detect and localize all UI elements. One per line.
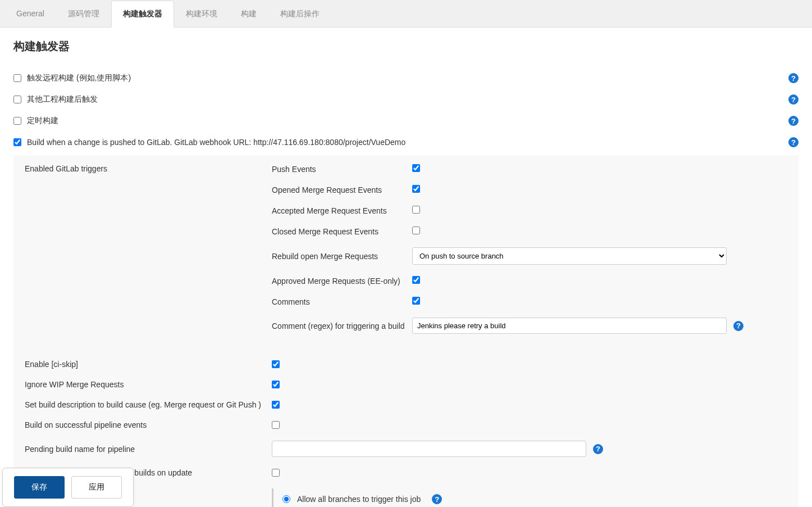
- option-after-other-row: 其他工程构建后触发 ?: [13, 89, 799, 110]
- radio-allow-all[interactable]: [282, 495, 290, 503]
- footer-bar: 保存 应用: [2, 468, 134, 507]
- label-comment-regex: Comment (regex) for triggering a build: [272, 322, 412, 331]
- label-gitlab-push: Build when a change is pushed to GitLab.…: [27, 138, 405, 147]
- checkbox-cancel-pending[interactable]: [272, 469, 280, 477]
- help-icon[interactable]: ?: [788, 73, 799, 83]
- checkbox-pipeline-events[interactable]: [272, 421, 280, 429]
- checkbox-opened-mr[interactable]: [412, 185, 420, 193]
- checkbox-accepted-mr[interactable]: [412, 206, 420, 214]
- checkbox-ignore-wip[interactable]: [272, 381, 280, 388]
- option-gitlab-push-row: Build when a change is pushed to GitLab.…: [13, 132, 799, 153]
- tab-env[interactable]: 构建环境: [174, 1, 229, 28]
- checkbox-after-other[interactable]: [13, 96, 21, 103]
- checkbox-remote-trigger[interactable]: [13, 74, 21, 82]
- select-rebuild-open-mr[interactable]: On push to source branch: [412, 247, 727, 265]
- label-ci-skip: Enable [ci-skip]: [25, 360, 272, 369]
- section-title: 构建触发器: [13, 39, 799, 54]
- apply-button[interactable]: 应用: [71, 476, 122, 499]
- label-after-other: 其他工程构建后触发: [27, 94, 98, 105]
- checkbox-approved-mr[interactable]: [412, 276, 420, 284]
- save-button[interactable]: 保存: [14, 476, 65, 499]
- checkbox-closed-mr[interactable]: [412, 227, 420, 234]
- checkbox-gitlab-push[interactable]: [13, 138, 21, 146]
- checkbox-push-events[interactable]: [412, 164, 420, 172]
- checkbox-ci-skip[interactable]: [272, 360, 280, 368]
- option-remote-trigger-row: 触发远程构建 (例如,使用脚本) ?: [13, 67, 799, 89]
- label-rebuild-open-mr: Rebuild open Merge Requests: [272, 252, 412, 261]
- tab-build[interactable]: 构建: [229, 1, 268, 28]
- content-area: 构建触发器 触发远程构建 (例如,使用脚本) ? 其他工程构建后触发 ? 定时构…: [0, 28, 812, 507]
- label-accepted-mr: Accepted Merge Request Events: [272, 206, 412, 215]
- label-remote-trigger: 触发远程构建 (例如,使用脚本): [27, 73, 131, 83]
- label-periodic: 定时构建: [27, 116, 58, 126]
- checkbox-periodic[interactable]: [13, 117, 21, 125]
- label-pending-name: Pending build name for pipeline: [25, 445, 272, 454]
- help-icon[interactable]: ?: [788, 94, 799, 105]
- checkbox-build-desc[interactable]: [272, 401, 280, 409]
- help-icon[interactable]: ?: [432, 494, 442, 504]
- label-approved-mr: Approved Merge Requests (EE-only): [272, 277, 412, 286]
- help-icon[interactable]: ?: [733, 321, 743, 331]
- label-comments: Comments: [272, 297, 412, 306]
- help-icon[interactable]: ?: [788, 116, 799, 126]
- option-periodic-row: 定时构建 ?: [13, 110, 799, 132]
- tab-postbuild[interactable]: 构建后操作: [268, 1, 331, 28]
- label-closed-mr: Closed Merge Request Events: [272, 227, 412, 236]
- tab-triggers[interactable]: 构建触发器: [111, 1, 174, 28]
- label-opened-mr: Opened Merge Request Events: [272, 185, 412, 194]
- input-pending-name[interactable]: [272, 441, 586, 457]
- label-ignore-wip: Ignore WIP Merge Requests: [25, 380, 272, 389]
- label-allow-all: Allow all branches to trigger this job: [297, 495, 421, 504]
- label-push-events: Push Events: [272, 165, 412, 174]
- label-build-desc: Set build description to build cause (eg…: [25, 400, 272, 409]
- label-pipeline-events: Build on successful pipeline events: [25, 420, 272, 429]
- help-icon[interactable]: ?: [593, 444, 603, 454]
- help-icon[interactable]: ?: [788, 137, 799, 147]
- tab-general[interactable]: General: [4, 1, 56, 28]
- enabled-triggers-label: Enabled GitLab triggers: [25, 164, 272, 173]
- checkbox-comments[interactable]: [412, 297, 420, 305]
- tab-scm[interactable]: 源码管理: [56, 1, 111, 28]
- input-comment-regex[interactable]: [412, 318, 727, 334]
- gitlab-nested-section: Enabled GitLab triggers Push Events Open…: [13, 155, 799, 507]
- tabs-bar: General 源码管理 构建触发器 构建环境 构建 构建后操作: [0, 0, 812, 28]
